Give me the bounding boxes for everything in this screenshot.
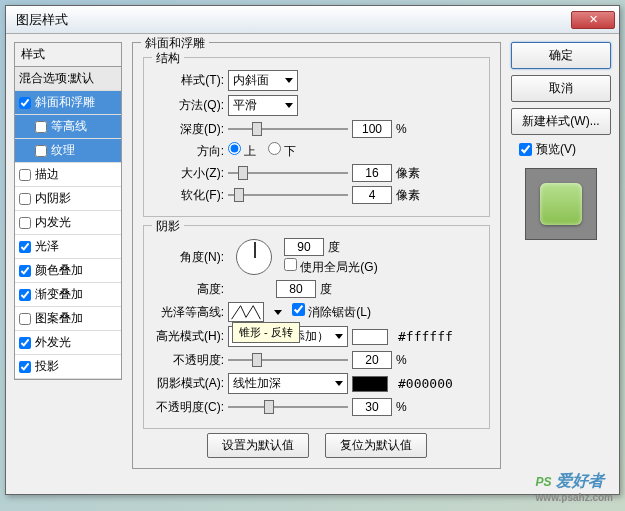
style-checkbox[interactable] [19, 193, 31, 205]
style-checkbox[interactable] [19, 217, 31, 229]
style-checkbox[interactable] [19, 337, 31, 349]
chevron-down-icon [335, 334, 343, 339]
new-style-button[interactable]: 新建样式(W)... [511, 108, 611, 135]
style-dropdown[interactable]: 内斜面 [228, 70, 298, 91]
style-label: 外发光 [35, 334, 71, 351]
style-item[interactable]: 等高线 [15, 115, 121, 139]
angle-dial[interactable] [236, 239, 272, 275]
options-panel: 斜面和浮雕 结构 样式(T): 内斜面 方法(Q): 平滑 深度(D): [128, 42, 505, 486]
blend-options-item[interactable]: 混合选项:默认 [15, 67, 121, 91]
style-label: 渐变叠加 [35, 286, 83, 303]
style-label: 内发光 [35, 214, 71, 231]
style-item[interactable]: 渐变叠加 [15, 283, 121, 307]
layer-style-dialog: 图层样式 ✕ 样式 混合选项:默认 斜面和浮雕等高线纹理描边内阴影内发光光泽颜色… [5, 5, 620, 495]
structure-group: 结构 样式(T): 内斜面 方法(Q): 平滑 深度(D): % [143, 57, 490, 217]
titlebar[interactable]: 图层样式 ✕ [6, 6, 619, 34]
style-item[interactable]: 描边 [15, 163, 121, 187]
style-item[interactable]: 光泽 [15, 235, 121, 259]
preview-checkbox[interactable] [519, 143, 532, 156]
depth-input[interactable] [352, 120, 392, 138]
gloss-contour-picker[interactable] [228, 302, 264, 322]
style-label: 内阴影 [35, 190, 71, 207]
highlight-color-swatch[interactable] [352, 329, 388, 345]
size-input[interactable] [352, 164, 392, 182]
size-slider[interactable] [228, 165, 348, 181]
soften-input[interactable] [352, 186, 392, 204]
cancel-button[interactable]: 取消 [511, 75, 611, 102]
depth-slider[interactable] [228, 121, 348, 137]
bevel-section: 斜面和浮雕 结构 样式(T): 内斜面 方法(Q): 平滑 深度(D): [132, 42, 501, 469]
styles-panel: 样式 混合选项:默认 斜面和浮雕等高线纹理描边内阴影内发光光泽颜色叠加渐变叠加图… [14, 42, 122, 486]
preview-swatch [540, 183, 582, 225]
technique-dropdown[interactable]: 平滑 [228, 95, 298, 116]
style-checkbox[interactable] [35, 121, 47, 133]
style-checkbox[interactable] [19, 241, 31, 253]
style-item[interactable]: 内发光 [15, 211, 121, 235]
chevron-down-icon [285, 103, 293, 108]
style-checkbox[interactable] [19, 361, 31, 373]
style-checkbox[interactable] [19, 289, 31, 301]
direction-up-radio[interactable]: 上 [228, 142, 256, 160]
highlight-opacity-slider[interactable] [228, 352, 348, 368]
make-default-button[interactable]: 设置为默认值 [207, 433, 309, 458]
style-item[interactable]: 外发光 [15, 331, 121, 355]
style-item[interactable]: 颜色叠加 [15, 259, 121, 283]
highlight-opacity-input[interactable] [352, 351, 392, 369]
direction-down-radio[interactable]: 下 [268, 142, 296, 160]
style-label: 描边 [35, 166, 59, 183]
chevron-down-icon [285, 78, 293, 83]
style-item[interactable]: 投影 [15, 355, 121, 379]
style-checkbox[interactable] [19, 169, 31, 181]
style-item[interactable]: 斜面和浮雕 [15, 91, 121, 115]
style-label: 光泽 [35, 238, 59, 255]
angle-input[interactable] [284, 238, 324, 256]
watermark: PS 爱好者 www.psahz.com [536, 471, 613, 503]
ok-button[interactable]: 确定 [511, 42, 611, 69]
style-checkbox[interactable] [35, 145, 47, 157]
style-checkbox[interactable] [19, 97, 31, 109]
contour-tooltip: 锥形 - 反转 [232, 322, 300, 343]
shadow-color-swatch[interactable] [352, 376, 388, 392]
style-item[interactable]: 内阴影 [15, 187, 121, 211]
reset-default-button[interactable]: 复位为默认值 [325, 433, 427, 458]
global-light-checkbox[interactable]: 使用全局光(G) [284, 258, 378, 276]
shading-group: 阴影 角度(N): 度 使用全局光(G) [143, 225, 490, 429]
dialog-title: 图层样式 [10, 11, 571, 29]
styles-list: 混合选项:默认 斜面和浮雕等高线纹理描边内阴影内发光光泽颜色叠加渐变叠加图案叠加… [14, 67, 122, 380]
style-label: 投影 [35, 358, 59, 375]
style-label: 图案叠加 [35, 310, 83, 327]
chevron-down-icon [335, 381, 343, 386]
shadow-opacity-input[interactable] [352, 398, 392, 416]
style-checkbox[interactable] [19, 313, 31, 325]
antialias-checkbox[interactable]: 消除锯齿(L) [292, 303, 371, 321]
close-button[interactable]: ✕ [571, 11, 615, 29]
soften-slider[interactable] [228, 187, 348, 203]
shadow-opacity-slider[interactable] [228, 399, 348, 415]
style-label: 斜面和浮雕 [35, 94, 95, 111]
preview-thumbnail [525, 168, 597, 240]
style-item[interactable]: 图案叠加 [15, 307, 121, 331]
highlight-hex: #ffffff [398, 329, 453, 344]
shadow-mode-dropdown[interactable]: 线性加深 [228, 373, 348, 394]
style-label: 颜色叠加 [35, 262, 83, 279]
style-label: 纹理 [51, 142, 75, 159]
style-label: 等高线 [51, 118, 87, 135]
styles-header: 样式 [14, 42, 122, 67]
chevron-down-icon[interactable] [274, 310, 282, 315]
altitude-input[interactable] [276, 280, 316, 298]
style-checkbox[interactable] [19, 265, 31, 277]
action-panel: 确定 取消 新建样式(W)... 预览(V) [511, 42, 611, 486]
shadow-hex: #000000 [398, 376, 453, 391]
style-item[interactable]: 纹理 [15, 139, 121, 163]
